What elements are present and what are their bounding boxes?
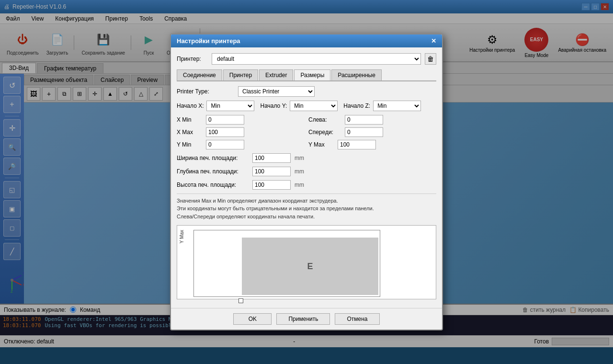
- dialog-tab-3[interactable]: Размеры: [294, 69, 330, 80]
- y-min-item: Y Min: [177, 140, 305, 149]
- preview-inner: Y Max E: [179, 228, 434, 297]
- left-item: Слева:: [308, 115, 436, 125]
- dialog-tab-2[interactable]: Extruder: [259, 69, 293, 80]
- info-text: Значения Max и Min определяют диапазон к…: [177, 193, 436, 221]
- printer-row: Принтер: default 🗑: [177, 53, 436, 65]
- dialog-tab-1[interactable]: Принтер: [223, 69, 258, 80]
- xy-minmax-grid: X Min Слева: X Max Спереди: Y Min: [177, 115, 436, 149]
- depth-unit: mm: [295, 168, 304, 175]
- start-z-label: Начало Z:: [343, 102, 370, 109]
- dialog-close-icon[interactable]: ✕: [431, 37, 436, 45]
- start-z-item: Начало Z: Min: [343, 101, 421, 111]
- y-max-label: Y Max: [308, 141, 335, 148]
- start-z-select[interactable]: Min: [373, 101, 421, 111]
- x-max-item: X Max: [177, 127, 305, 137]
- preview-ymax-label: Y Max: [179, 230, 184, 243]
- front-input[interactable]: [345, 127, 383, 137]
- start-xyz-row: Начало X: Min Начало Y: Min Начало Z: Mi…: [177, 101, 436, 111]
- front-item: Спереди:: [308, 127, 436, 137]
- delete-printer-button[interactable]: 🗑: [425, 53, 436, 65]
- printer-type-row: Printer Type: Classic Printer: [177, 86, 436, 97]
- left-label: Слева:: [308, 116, 342, 123]
- preview-area: Y Max E: [177, 225, 436, 299]
- width-unit: mm: [295, 155, 304, 161]
- width-label: Ширина печ. площади:: [177, 155, 249, 161]
- printer-select[interactable]: default: [212, 53, 421, 65]
- y-min-label: Y Min: [177, 141, 203, 148]
- apply-button[interactable]: Применить: [276, 313, 330, 325]
- height-input[interactable]: [252, 180, 291, 190]
- ok-button[interactable]: OK: [233, 313, 272, 325]
- printer-type-select[interactable]: Classic Printer: [238, 86, 315, 97]
- depth-input[interactable]: [252, 167, 291, 176]
- start-y-item: Начало Y: Min: [260, 101, 338, 111]
- dialog-body: Принтер: default 🗑 СоединениеПринтерExtr…: [171, 47, 442, 308]
- height-row: Высота печ. площади: mm: [177, 180, 436, 190]
- dialog-tab-4[interactable]: Расширенные: [331, 69, 382, 80]
- dialog-tabs: СоединениеПринтерExtruderРазмерыРасширен…: [177, 69, 436, 81]
- y-max-input[interactable]: [338, 140, 376, 149]
- dialog-tab-0[interactable]: Соединение: [177, 69, 222, 80]
- modal-overlay: Настройки принтера ✕ Принтер: default 🗑 …: [0, 0, 613, 364]
- start-y-label: Начало Y:: [260, 102, 287, 109]
- width-input[interactable]: [252, 153, 291, 163]
- preview-canvas: E: [193, 230, 380, 297]
- left-input[interactable]: [345, 115, 383, 125]
- front-label: Спереди:: [308, 129, 342, 136]
- preview-bed: E: [242, 238, 378, 295]
- x-max-input[interactable]: [206, 127, 244, 137]
- cancel-button[interactable]: Отмена: [335, 313, 379, 325]
- start-x-select[interactable]: Min: [206, 101, 254, 111]
- printer-type-label: Printer Type:: [177, 88, 234, 95]
- start-x-item: Начало X: Min: [177, 101, 254, 111]
- printer-settings-dialog: Настройки принтера ✕ Принтер: default 🗑 …: [170, 34, 443, 331]
- x-min-input[interactable]: [206, 115, 244, 125]
- printer-row-label: Принтер:: [177, 56, 208, 62]
- y-max-item: Y Max: [308, 140, 436, 149]
- preview-origin: [238, 298, 243, 303]
- start-x-label: Начало X:: [177, 102, 204, 109]
- x-max-label: X Max: [177, 129, 203, 136]
- height-unit: mm: [295, 182, 304, 188]
- y-min-input[interactable]: [206, 140, 244, 149]
- x-min-item: X Min: [177, 115, 305, 125]
- dialog-title: Настройки принтера ✕: [171, 34, 442, 47]
- start-y-select[interactable]: Min: [290, 101, 338, 111]
- x-min-label: X Min: [177, 116, 203, 123]
- depth-row: Глубина печ. площади: mm: [177, 167, 436, 176]
- width-row: Ширина печ. площади: mm: [177, 153, 436, 163]
- depth-label: Глубина печ. площади:: [177, 168, 249, 175]
- height-label: Высота печ. площади:: [177, 182, 249, 188]
- dialog-buttons: OK Применить Отмена: [171, 308, 442, 330]
